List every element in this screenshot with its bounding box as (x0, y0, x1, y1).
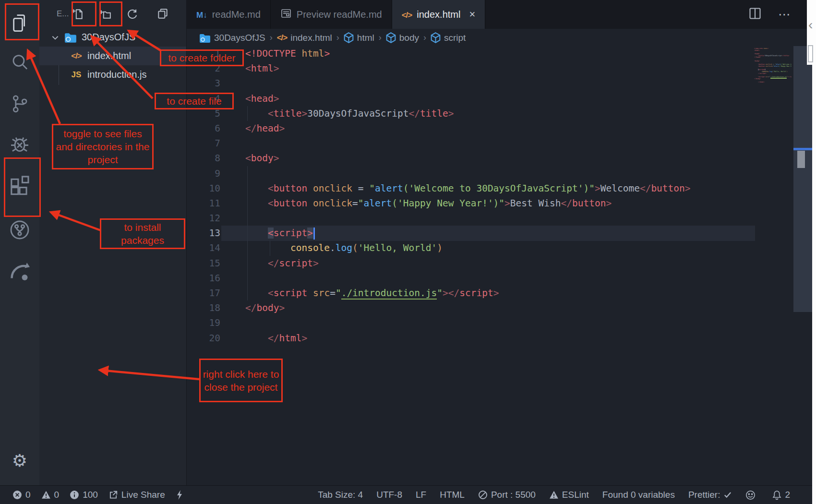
code-line-13: 13 <script> (187, 226, 787, 240)
code-line-6: 6</head> (187, 121, 787, 136)
html-file-icon: </> (69, 51, 84, 61)
minimap-line: </html> (754, 82, 792, 84)
js-file-icon: JS (69, 70, 84, 80)
chevron-left-icon[interactable]: ‹ (808, 17, 813, 33)
line-number: 10 (187, 181, 220, 196)
vscode-window: ⚙ E... 30DaysOfJS (0, 0, 816, 504)
tree-file-introduction.js[interactable]: JSintroduction.js (39, 65, 186, 84)
info-circle-icon (70, 490, 79, 500)
minimap[interactable]: <!DOCTYPE html><html><head> <title>30Day… (754, 48, 792, 84)
tab-index.html[interactable]: </>index.html× (392, 0, 486, 29)
page-scrollbar-top: ‹ (807, 0, 816, 65)
code-line-15: 15 </script> (187, 256, 787, 271)
new-folder-button[interactable] (99, 8, 111, 22)
status-bar: 00100Live Share Tab Size: 4UTF-8LFHTMLPo… (0, 485, 813, 504)
tree-file-index.html[interactable]: </>index.html (39, 47, 186, 65)
status-item-smiley[interactable] (745, 490, 759, 500)
status-item-0[interactable]: 0 (12, 490, 31, 500)
line-number: 12 (187, 211, 220, 226)
breadcrumb: 30DaysOfJS›</>index.html›html›body›scrip… (187, 29, 814, 47)
status-item-100[interactable]: 100 (70, 490, 98, 500)
status-item-lightning[interactable] (176, 490, 187, 500)
tab-readme.md[interactable]: M↓readMe.md (187, 0, 271, 29)
code-line-14: 14 console.log('Hello, World') (187, 240, 787, 255)
tree-root-folder[interactable]: 30DaysOfJS (39, 28, 186, 47)
editor-actions: ⋯ (748, 0, 792, 29)
error-circle-icon (12, 490, 22, 500)
breadcrumb-item-index.html[interactable]: </>index.html (277, 33, 332, 43)
html-icon: </> (277, 33, 288, 43)
file-label: introduction.js (87, 69, 146, 80)
status-item-live-share[interactable]: Live Share (108, 490, 165, 500)
root-folder-label: 30DaysOfJS (82, 32, 135, 43)
settings-gear-icon[interactable]: ⚙ (0, 452, 39, 469)
status-item-prettier-[interactable]: Prettier: (688, 490, 732, 500)
line-number: 1 (187, 46, 220, 61)
status-item-found-0-variables[interactable]: Found 0 variables (602, 490, 675, 500)
remote-circle-branch-icon[interactable] (0, 219, 39, 241)
folder-icon (199, 33, 211, 43)
line-number: 20 (187, 331, 220, 346)
breadcrumb-item-script[interactable]: script (431, 32, 466, 43)
page-scrollbar-thumb[interactable] (808, 45, 813, 62)
chevron-down-icon (51, 33, 60, 42)
status-item-utf-8[interactable]: UTF-8 (376, 490, 402, 500)
search-icon[interactable] (0, 52, 39, 73)
status-item-lf[interactable]: LF (416, 490, 426, 500)
code-line-18: 18</body> (187, 300, 787, 315)
slash-circle-icon (478, 490, 488, 500)
tab-label: Preview readMe.md (297, 9, 382, 20)
page-scrollbar-track[interactable] (812, 0, 816, 504)
smiley-icon (745, 490, 756, 500)
editor-group: M↓readMe.mdPreview readMe.md</>index.htm… (186, 0, 814, 485)
warning-triangle-icon (41, 490, 51, 500)
files-explorer-icon[interactable] (0, 12, 39, 34)
status-item-tab-size-4[interactable]: Tab Size: 4 (318, 490, 363, 500)
scrollbar-cursor-marker (793, 148, 814, 150)
debug-icon[interactable] (0, 133, 39, 156)
extensions-icon[interactable] (0, 175, 39, 199)
html-icon: </> (402, 9, 412, 20)
line-number: 3 (187, 76, 220, 91)
breadcrumb-item-30DaysOfJS[interactable]: 30DaysOfJS (199, 33, 265, 43)
line-number: 17 (187, 286, 220, 300)
live-share-activity-icon[interactable] (0, 260, 39, 283)
close-icon[interactable]: × (469, 8, 475, 21)
code-line-19: 19 (187, 315, 787, 330)
code-line-10: 10 <button onclick = "alert('Welcome to … (187, 181, 787, 196)
code-line-8: 8<body> (187, 151, 787, 166)
breadcrumb-item-html[interactable]: html (344, 32, 374, 43)
code-line-12: 12 (187, 211, 787, 226)
refresh-button[interactable] (126, 8, 138, 22)
cube-icon (386, 32, 396, 43)
folder-icon (63, 32, 78, 43)
editor-scrollbar[interactable] (793, 46, 814, 312)
line-number: 19 (187, 315, 220, 330)
status-item-eslint[interactable]: ESLint (549, 490, 589, 500)
source-control-icon[interactable] (0, 93, 39, 114)
status-item-2[interactable]: 2 (772, 490, 790, 500)
status-item-0[interactable]: 0 (41, 490, 60, 500)
breadcrumb-separator: › (423, 33, 426, 43)
line-number: 9 (187, 166, 220, 181)
line-number: 5 (187, 106, 220, 121)
explorer-title: E... (57, 9, 69, 19)
line-number: 8 (187, 151, 220, 166)
status-item-port-5500[interactable]: Port : 5500 (478, 490, 536, 500)
code-editor[interactable]: 1<!DOCTYPE html>2<html>34<head>5 <title>… (187, 46, 787, 346)
more-actions-icon[interactable]: ⋯ (778, 7, 792, 22)
breadcrumb-separator: › (379, 33, 382, 43)
bell-icon (772, 490, 781, 500)
line-number: 16 (187, 271, 220, 286)
status-item-html[interactable]: HTML (440, 490, 465, 500)
collapse-folders-button[interactable] (156, 8, 169, 22)
file-label: index.html (87, 50, 131, 61)
tab-preview-readme.md[interactable]: Preview readMe.md (271, 0, 392, 29)
split-editor-icon[interactable] (748, 7, 762, 22)
code-line-11: 11 <button onclick="alert('Happy New Yea… (187, 196, 787, 211)
new-file-button[interactable] (71, 8, 84, 22)
scrollbar-thumb[interactable] (797, 151, 805, 168)
warning-triangle-icon (549, 490, 559, 500)
breadcrumb-item-body[interactable]: body (386, 32, 419, 43)
preview-icon (280, 8, 292, 22)
